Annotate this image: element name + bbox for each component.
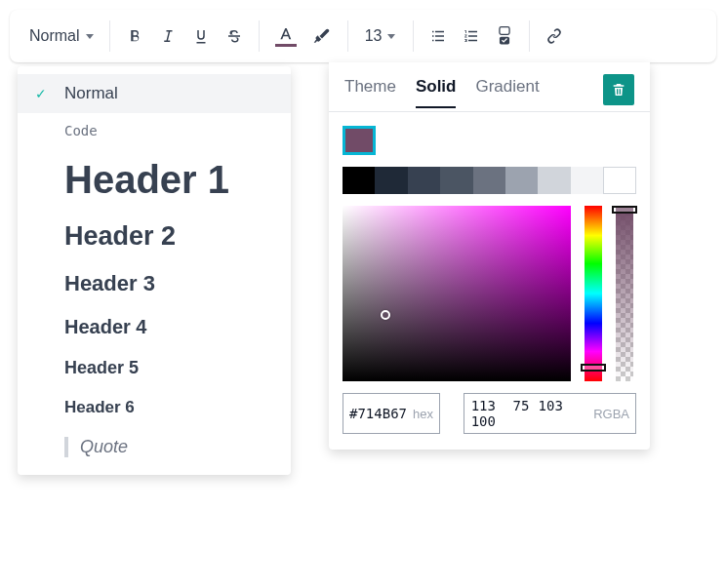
rgba-value: 113 75 103100	[470, 398, 587, 429]
format-item-code[interactable]: Code	[18, 113, 291, 148]
bold-icon	[126, 27, 143, 45]
format-item-label: Code	[64, 123, 98, 138]
tab-solid[interactable]: Solid	[416, 77, 457, 108]
format-item-h3[interactable]: Header 3	[18, 261, 291, 306]
checklist-icon	[496, 25, 513, 47]
divider	[259, 20, 260, 52]
bold-button[interactable]	[118, 17, 151, 56]
palette-swatch[interactable]	[571, 167, 603, 194]
tab-gradient[interactable]: Gradient	[475, 77, 539, 108]
rgba-input[interactable]: 113 75 103100 RGBA	[464, 393, 636, 434]
color-picker-tabs: Theme Solid Gradient	[329, 62, 650, 112]
chevron-down-icon	[86, 34, 94, 39]
divider	[529, 20, 530, 52]
format-dropdown: ✓NormalCodeHeader 1Header 2Header 3Heade…	[18, 66, 291, 475]
color-picker-popup: Theme Solid Gradient #714B67 hex	[329, 62, 650, 450]
alpha-slider[interactable]	[616, 206, 633, 381]
bullet-list-icon	[429, 27, 447, 45]
format-item-label: Header 5	[64, 358, 139, 378]
hex-suffix: hex	[413, 407, 433, 421]
format-item-h4[interactable]: Header 4	[18, 306, 291, 348]
format-item-h2[interactable]: Header 2	[18, 212, 291, 261]
numbered-list-button[interactable]	[455, 17, 488, 56]
palette-swatch[interactable]	[538, 167, 570, 194]
palette-swatch[interactable]	[440, 167, 472, 194]
check-icon: ✓	[35, 86, 47, 101]
hex-value: #714B67	[349, 406, 407, 421]
tab-theme[interactable]: Theme	[344, 77, 396, 108]
link-icon	[545, 27, 563, 45]
saturation-lightness-area[interactable]	[343, 206, 571, 381]
underline-button[interactable]	[184, 17, 218, 56]
highlight-button[interactable]	[304, 17, 340, 56]
format-item-label: Header 2	[64, 221, 176, 252]
font-size-value: 13	[365, 27, 383, 45]
format-item-h5[interactable]: Header 5	[18, 348, 291, 388]
format-item-label: Header 1	[64, 158, 229, 202]
format-item-label: Header 4	[64, 316, 147, 338]
svg-rect-0	[499, 27, 508, 35]
italic-icon	[159, 27, 177, 45]
palette-swatch[interactable]	[408, 167, 440, 194]
palette-swatch[interactable]	[343, 167, 375, 194]
selected-color-swatch[interactable]	[343, 126, 376, 155]
font-size-select[interactable]: 13	[356, 17, 405, 56]
bullet-list-button[interactable]	[422, 17, 455, 56]
divider	[347, 20, 348, 52]
strikethrough-icon	[225, 27, 243, 45]
format-item-quote[interactable]: Quote	[18, 427, 291, 467]
alpha-handle[interactable]	[612, 206, 637, 214]
format-select[interactable]: Normal	[21, 17, 101, 56]
divider	[109, 20, 110, 52]
palette-swatch[interactable]	[505, 167, 538, 194]
clear-color-button[interactable]	[603, 74, 634, 105]
font-color-button[interactable]	[267, 17, 304, 56]
italic-button[interactable]	[151, 17, 184, 56]
numbered-list-icon	[463, 27, 480, 45]
link-button[interactable]	[538, 17, 571, 56]
format-select-label: Normal	[29, 27, 80, 45]
alpha-overlay	[616, 206, 633, 381]
hue-handle[interactable]	[581, 364, 606, 372]
palette-swatch[interactable]	[375, 167, 407, 194]
format-item-label: Header 3	[64, 271, 155, 296]
underline-icon	[192, 27, 210, 45]
saturation-cursor[interactable]	[381, 310, 390, 320]
palette-swatch[interactable]	[603, 167, 636, 194]
hue-slider[interactable]	[585, 206, 602, 381]
format-item-normal[interactable]: ✓Normal	[18, 74, 291, 113]
format-item-label: Quote	[64, 437, 128, 457]
format-item-label: Normal	[64, 84, 118, 103]
palette-swatch[interactable]	[473, 167, 505, 194]
format-item-label: Header 6	[64, 398, 135, 417]
editor-toolbar: Normal 13	[10, 10, 716, 62]
font-color-underline	[275, 44, 297, 47]
grayscale-palette	[343, 167, 636, 194]
font-color-icon	[277, 26, 295, 42]
hex-input[interactable]: #714B67 hex	[343, 393, 440, 434]
format-item-h1[interactable]: Header 1	[18, 148, 291, 212]
paint-brush-icon	[312, 26, 332, 46]
format-item-h6[interactable]: Header 6	[18, 388, 291, 427]
trash-icon	[611, 82, 626, 98]
strikethrough-button[interactable]	[218, 17, 251, 56]
chevron-down-icon	[387, 34, 395, 39]
rgba-suffix: RGBA	[593, 407, 629, 421]
divider	[413, 20, 414, 52]
checklist-button[interactable]	[488, 17, 521, 56]
